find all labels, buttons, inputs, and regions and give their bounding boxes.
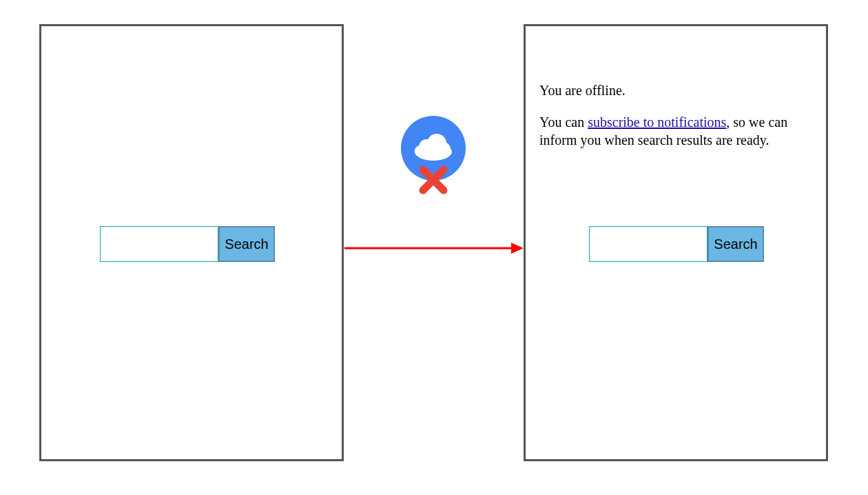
arrow-right-icon [344, 241, 524, 258]
offline-line2-prefix: You can [539, 114, 588, 130]
before-panel: Search [39, 24, 344, 461]
search-button[interactable]: Search [218, 226, 275, 262]
offline-line2: You can subscribe to notifications, so w… [539, 113, 812, 149]
cloud-offline-icon [401, 116, 470, 198]
search-group: Search [100, 226, 275, 262]
svg-point-6 [437, 142, 451, 156]
subscribe-link[interactable]: subscribe to notifications [588, 114, 726, 130]
search-input[interactable] [100, 226, 218, 262]
after-panel: You are offline. You can subscribe to no… [524, 24, 828, 461]
offline-line1: You are offline. [539, 81, 812, 99]
svg-point-7 [415, 145, 426, 156]
offline-message: You are offline. You can subscribe to no… [539, 81, 812, 163]
search-button[interactable]: Search [707, 226, 764, 262]
search-group: Search [589, 226, 764, 262]
svg-marker-1 [511, 243, 524, 254]
search-input[interactable] [589, 226, 707, 262]
